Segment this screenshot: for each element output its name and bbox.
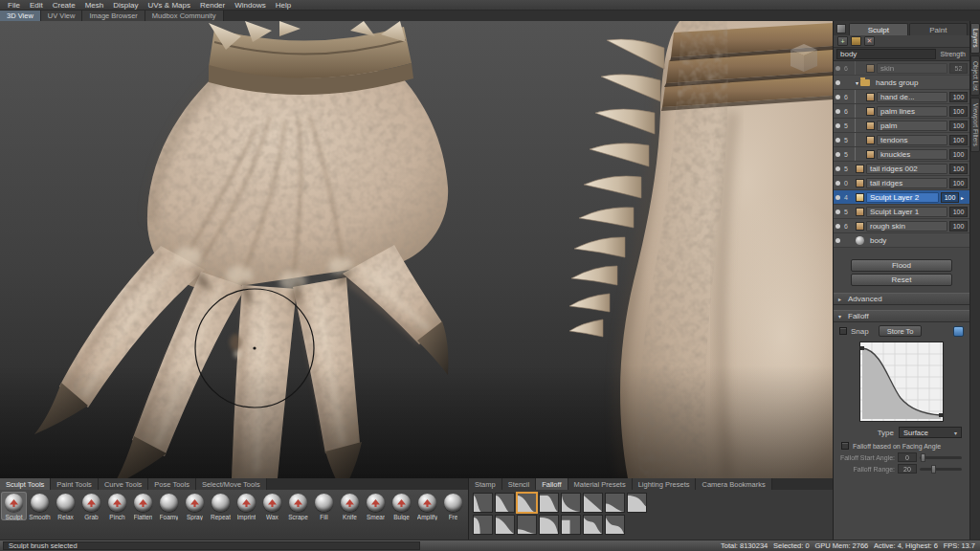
layer-strength-value[interactable]: 100	[949, 164, 968, 174]
tool-smooth[interactable]: Smooth	[27, 492, 53, 520]
start-angle-slider[interactable]	[920, 456, 962, 459]
delete-layer-icon[interactable]: ✕	[864, 36, 875, 46]
layer-visibility-dot[interactable]	[835, 109, 840, 114]
tool-sculpt[interactable]: Sculpt	[1, 492, 27, 520]
side-tab-layers[interactable]: Layers	[970, 23, 980, 54]
layer-row-palm-lines[interactable]: 6palm lines100	[834, 104, 969, 119]
layer-row-knuckles[interactable]: 5knuckles100	[834, 147, 969, 162]
side-tab-object-list[interactable]: Object List	[970, 55, 980, 97]
falloff-preset-7[interactable]	[605, 493, 625, 513]
layer-strength-value[interactable]: 100	[949, 149, 968, 160]
preset-tab-stamp[interactable]: Stamp	[469, 478, 502, 490]
layer-strength-value[interactable]: 100	[941, 192, 959, 203]
layer-visibility-dot[interactable]	[835, 95, 840, 99]
layer-strength-value[interactable]: 100	[949, 207, 968, 217]
preset-tab-material-presets[interactable]: Material Presets	[568, 478, 633, 490]
layer-row-skin[interactable]: 6skin52	[834, 61, 969, 76]
layer-strength-value[interactable]: 100	[949, 135, 968, 145]
layer-row-tail-ridges[interactable]: 0tail ridges100	[834, 176, 969, 190]
layer-visibility-dot[interactable]	[835, 181, 840, 186]
layer-row-hand-de[interactable]: 6hand de...100	[834, 90, 969, 104]
preset-tab-falloff[interactable]: Falloff	[536, 478, 568, 490]
falloff-preset-13[interactable]	[561, 515, 581, 535]
tool-repeat[interactable]: Repeat	[208, 492, 234, 520]
layer-visibility-dot[interactable]	[835, 238, 840, 243]
falloff-preset-14[interactable]	[583, 515, 603, 535]
view-tab-mudbox-community[interactable]: Mudbox Community	[145, 11, 224, 21]
layer-row-rough-skin[interactable]: 6rough skin100	[834, 219, 969, 233]
falloff-preset-4[interactable]	[539, 493, 559, 513]
layer-visibility-dot[interactable]	[835, 80, 840, 85]
falloff-preset-5[interactable]	[561, 493, 581, 513]
layer-strength-value[interactable]: 100	[949, 178, 968, 188]
curve-point-start[interactable]	[860, 346, 864, 350]
snap-checkbox[interactable]	[839, 327, 847, 335]
preset-tab-stencil[interactable]: Stencil	[502, 478, 537, 490]
start-angle-slider-knob[interactable]	[921, 453, 925, 462]
view-tab-image-browser[interactable]: Image Browser	[82, 11, 145, 21]
menu-display[interactable]: Display	[108, 1, 143, 10]
tool-spray[interactable]: Spray	[182, 492, 208, 520]
new-group-icon[interactable]	[851, 36, 861, 46]
layer-visibility-dot[interactable]	[835, 166, 840, 171]
group-expand-icon[interactable]: ▾	[856, 79, 858, 86]
falloff-preset-15[interactable]	[605, 515, 625, 535]
layer-row-sculpt-layer-2[interactable]: 4Sculpt Layer 2100▸	[834, 190, 969, 205]
menu-create[interactable]: Create	[48, 1, 80, 10]
layer-visibility-dot[interactable]	[835, 209, 840, 214]
tool-pinch[interactable]: Pinch	[104, 492, 130, 520]
preset-tab-camera-bookmarks[interactable]: Camera Bookmarks	[696, 478, 771, 490]
layer-row-hands-group[interactable]: ▾hands group	[834, 76, 969, 90]
tool-tab-sculpt-tools[interactable]: Sculpt Tools	[0, 478, 51, 490]
layer-visibility-dot[interactable]	[835, 138, 840, 143]
falloff-preset-11[interactable]	[517, 515, 537, 535]
falloff-section-header[interactable]: ▾ Falloff	[834, 310, 969, 322]
layer-row-sculpt-layer-1[interactable]: 5Sculpt Layer 1100	[834, 205, 969, 219]
menu-render[interactable]: Render	[195, 1, 230, 10]
falloff-preset-6[interactable]	[583, 493, 603, 513]
tool-tab-curve-tools[interactable]: Curve Tools	[99, 478, 148, 490]
viewport-canvas[interactable]	[0, 21, 833, 478]
tool-fill[interactable]: Fill	[311, 492, 337, 520]
layer-row-palm[interactable]: 5palm100	[834, 119, 969, 133]
menu-uvs-maps[interactable]: UVs & Maps	[144, 1, 195, 10]
store-target-icon[interactable]	[953, 326, 964, 337]
tool-relax[interactable]: Relax	[53, 492, 78, 520]
preset-tab-lighting-presets[interactable]: Lighting Presets	[633, 478, 697, 490]
falloff-preset-1[interactable]	[473, 493, 493, 513]
layer-visibility-dot[interactable]	[835, 123, 840, 128]
tool-knife[interactable]: Knife	[337, 492, 363, 520]
advanced-section-header[interactable]: ▸ Advanced	[834, 293, 969, 305]
tool-flatten[interactable]: Flatten	[130, 492, 156, 520]
falloff-type-dropdown[interactable]: Surface ▾	[899, 427, 962, 438]
falloff-preset-8[interactable]	[627, 493, 647, 513]
range-slider[interactable]	[920, 468, 962, 471]
range-value[interactable]: 20	[898, 464, 917, 474]
tool-scrape[interactable]: Scrape	[285, 492, 311, 520]
menu-windows[interactable]: Windows	[230, 1, 270, 10]
side-tab-viewport-filters[interactable]: Viewport Filters	[970, 98, 980, 152]
tool-fre[interactable]: Fre	[440, 492, 466, 520]
menu-mesh[interactable]: Mesh	[80, 1, 109, 10]
tool-tab-pose-tools[interactable]: Pose Tools	[148, 478, 196, 490]
new-layer-icon[interactable]: +	[837, 36, 848, 46]
menu-help[interactable]: Help	[271, 1, 296, 10]
layer-strength-value[interactable]: 100	[949, 121, 968, 131]
tool-smear[interactable]: Smear	[363, 492, 389, 520]
tool-imprint[interactable]: Imprint	[234, 492, 259, 520]
mesh-name-field[interactable]: body	[836, 49, 936, 59]
tool-wax[interactable]: Wax	[259, 492, 285, 520]
layer-options-arrow-icon[interactable]: ▸	[961, 194, 968, 201]
range-slider-knob[interactable]	[931, 465, 936, 474]
view-tab-uv-view[interactable]: UV View	[41, 11, 83, 21]
flood-button[interactable]: Flood	[851, 259, 952, 272]
layer-row-tendons[interactable]: 5tendons100	[834, 133, 969, 147]
falloff-curve-editor[interactable]	[859, 342, 944, 422]
layer-strength-value[interactable]: 100	[949, 221, 968, 231]
layer-row-tail-ridges-002[interactable]: 5tail ridges 002100	[834, 162, 969, 176]
tool-foamy[interactable]: Foamy	[156, 492, 182, 520]
falloff-preset-2[interactable]	[495, 493, 515, 513]
tool-amplify[interactable]: Amplify	[414, 492, 440, 520]
layer-strength-value[interactable]: 100	[949, 92, 968, 102]
falloff-preset-10[interactable]	[495, 515, 515, 535]
